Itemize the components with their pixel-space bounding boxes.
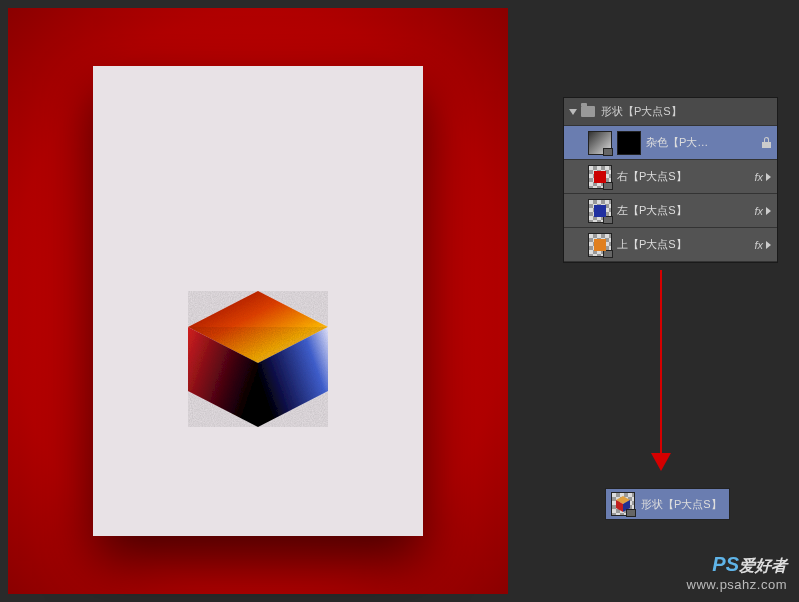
folder-icon — [581, 106, 595, 117]
layer-row[interactable]: 上【P大点S】 fx — [564, 228, 777, 262]
watermark-url: www.psahz.com — [687, 577, 787, 592]
watermark-brand-en: PS — [712, 553, 739, 575]
layer-row[interactable]: 右【P大点S】 fx — [564, 160, 777, 194]
layer-thumbnail[interactable] — [611, 492, 635, 516]
fx-disclosure-icon[interactable] — [766, 241, 771, 249]
smart-object-badge-icon — [626, 509, 636, 517]
layer-mask-thumbnail[interactable] — [617, 131, 641, 155]
fx-badge[interactable]: fx — [754, 171, 763, 183]
svg-marker-1 — [188, 327, 258, 427]
link-badge-icon — [603, 182, 613, 190]
disclosure-triangle-icon[interactable] — [569, 109, 577, 115]
layer-row[interactable]: 杂色【P大… — [564, 126, 777, 160]
layer-name: 左【P大点S】 — [617, 203, 754, 218]
annotation-arrow — [660, 270, 662, 455]
fx-badge[interactable]: fx — [754, 205, 763, 217]
link-badge-icon — [603, 250, 613, 258]
fx-disclosure-icon[interactable] — [766, 173, 771, 181]
layer-name: 右【P大点S】 — [617, 169, 754, 184]
layer-thumbnail[interactable] — [588, 165, 612, 189]
fx-badge[interactable]: fx — [754, 239, 763, 251]
link-badge-icon — [603, 216, 613, 224]
watermark: PS爱好者 www.psahz.com — [687, 553, 787, 592]
layer-name: 上【P大点S】 — [617, 237, 754, 252]
annotation-arrow-head — [651, 453, 671, 471]
layer-row[interactable]: 左【P大点S】 fx — [564, 194, 777, 228]
cube-right-face — [258, 327, 328, 427]
fx-disclosure-icon[interactable] — [766, 207, 771, 215]
layer-group-header[interactable]: 形状【P大点S】 — [564, 98, 777, 126]
watermark-brand-cn: 爱好者 — [739, 557, 787, 574]
group-name: 形状【P大点S】 — [601, 104, 682, 119]
watermark-logo: PS爱好者 — [687, 553, 787, 577]
layer-thumbnail[interactable] — [588, 199, 612, 223]
cube-left-face — [188, 327, 258, 427]
svg-marker-2 — [258, 327, 328, 427]
canvas-background — [8, 8, 508, 594]
link-badge-icon — [603, 148, 613, 156]
layer-name: 杂色【P大… — [646, 135, 760, 150]
lock-icon[interactable] — [762, 137, 771, 148]
layer-thumbnail[interactable] — [588, 233, 612, 257]
cube-graphic — [188, 291, 328, 431]
layers-panel[interactable]: 形状【P大点S】 杂色【P大… 右【P大点S】 fx 左【P大点S】 fx 上【… — [563, 97, 778, 263]
collapsed-layer-row[interactable]: 形状【P大点S】 — [605, 488, 730, 520]
layer-thumbnail[interactable] — [588, 131, 612, 155]
layer-name: 形状【P大点S】 — [641, 497, 722, 512]
document-artboard — [93, 66, 423, 536]
